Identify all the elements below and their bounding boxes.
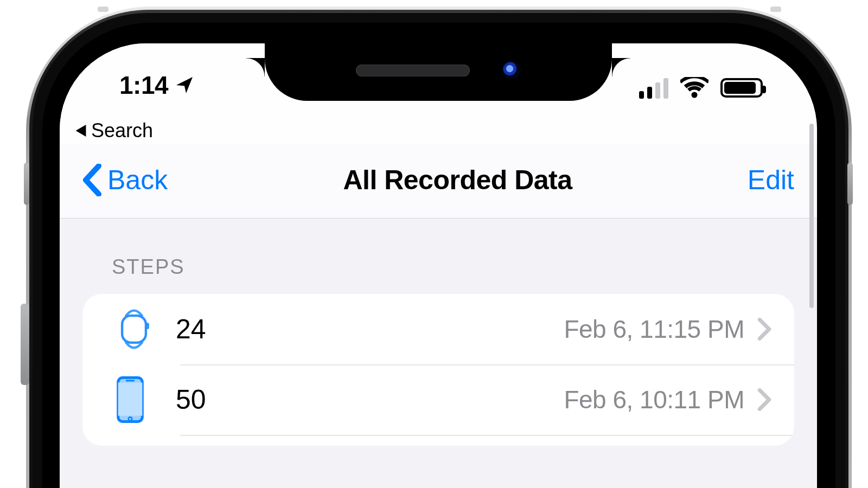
section-header-steps: STEPS (60, 255, 817, 294)
row-timestamp: Feb 6, 10:11 PM (564, 385, 744, 414)
back-label: Back (107, 164, 168, 196)
location-services-icon (175, 75, 194, 95)
clock: 1:14 (119, 70, 168, 100)
svg-rect-1 (146, 323, 149, 329)
step-count: 24 (176, 313, 206, 345)
breadcrumb-label: Search (91, 119, 153, 142)
return-to-previous-app[interactable]: Search (60, 114, 817, 144)
navigation-bar: Back All Recorded Data Edit (60, 144, 817, 219)
back-button[interactable]: Back (81, 164, 168, 196)
row-timestamp: Feb 6, 11:15 PM (564, 314, 744, 344)
front-camera (502, 61, 521, 80)
chevron-right-icon (757, 318, 771, 341)
wifi-icon (680, 77, 709, 99)
iphone-icon (116, 376, 176, 423)
earpiece-speaker (356, 65, 470, 76)
scroll-indicator (809, 124, 814, 308)
chevron-left-icon (81, 164, 103, 196)
svg-rect-0 (122, 316, 146, 343)
cellular-signal-icon (639, 77, 668, 99)
svg-rect-5 (126, 380, 135, 382)
data-row[interactable]: 50 Feb 6, 10:11 PM (82, 364, 794, 435)
screen: 1:14 (60, 43, 817, 488)
page-title: All Recorded Data (343, 164, 572, 196)
battery-icon (720, 78, 763, 98)
edit-button[interactable]: Edit (748, 164, 794, 196)
data-row[interactable]: 24 Feb 6, 11:15 PM (82, 294, 794, 364)
content-area: STEPS (60, 219, 817, 446)
steps-list: 24 Feb 6, 11:15 PM (82, 294, 794, 446)
chevron-right-icon (757, 388, 771, 411)
back-triangle-icon (75, 125, 87, 137)
data-row[interactable] (82, 435, 794, 446)
notch (246, 43, 630, 101)
apple-watch-icon (116, 309, 176, 350)
svg-rect-3 (118, 383, 143, 416)
step-count: 50 (176, 384, 206, 415)
